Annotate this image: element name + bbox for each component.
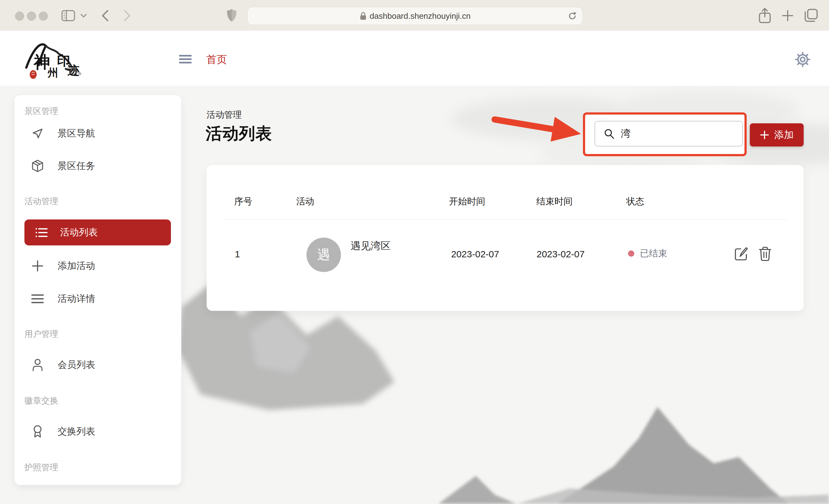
edit-icon[interactable]: [734, 246, 749, 261]
col-header-index: 序号: [234, 195, 252, 208]
sidebar-chevron-down-icon[interactable]: [80, 13, 87, 18]
sidebar-section-badge: 徽章交换: [25, 395, 58, 406]
add-button[interactable]: 添加: [750, 123, 804, 146]
lock-icon: [360, 11, 367, 20]
sidebar-item-scenic-task[interactable]: 景区任务: [31, 159, 95, 173]
plus-icon: [31, 259, 44, 272]
col-header-status: 状态: [626, 195, 644, 208]
sidebar-item-label: 会员列表: [58, 358, 95, 371]
col-header-start: 开始时间: [449, 195, 485, 208]
url-text: dashboard.shenzhouyinji.cn: [370, 11, 471, 21]
row-activity-name: 遇见湾区: [351, 239, 391, 253]
settings-gear-icon[interactable]: [795, 51, 811, 68]
privacy-shield-icon[interactable]: [226, 8, 237, 23]
sidebar-item-label: 景区导航: [58, 127, 95, 140]
navigation-icon: [31, 127, 44, 140]
window-close-button[interactable]: [15, 11, 24, 21]
app-logo: 神 州 印 迹: [22, 36, 91, 83]
plus-icon: [760, 130, 769, 140]
address-bar[interactable]: dashboard.shenzhouyinji.cn: [247, 7, 583, 25]
sidebar-item-label: 景区任务: [58, 160, 95, 173]
back-button-icon[interactable]: [101, 9, 110, 22]
sidebar-item-scenic-nav[interactable]: 景区导航: [31, 127, 95, 140]
user-icon: [31, 358, 44, 371]
page-title: 活动列表: [206, 123, 272, 145]
row-start-date: 2023-02-07: [451, 249, 499, 259]
award-icon: [31, 425, 44, 438]
sidebar-section-user: 用户管理: [25, 328, 58, 340]
window-minimize-button[interactable]: [27, 11, 36, 21]
reload-icon[interactable]: [568, 11, 577, 21]
row-avatar: 遇: [307, 238, 341, 272]
sidebar-section-passport: 护照管理: [25, 462, 58, 473]
sidebar-toggle-icon[interactable]: [61, 10, 76, 21]
sidebar-item-add-activity[interactable]: 添加活动: [31, 259, 95, 272]
sidebar-section-scenic: 景区管理: [25, 106, 58, 117]
share-icon[interactable]: [758, 7, 771, 24]
package-icon: [31, 159, 44, 173]
annotation-arrow: [487, 109, 587, 150]
window-zoom-button[interactable]: [39, 11, 48, 21]
list-icon: [35, 227, 47, 238]
status-badge: 已结束: [640, 247, 667, 260]
sidebar-item-label: 添加活动: [58, 259, 95, 272]
sidebar-item-member-list[interactable]: 会员列表: [31, 358, 95, 371]
search-box[interactable]: [594, 121, 743, 146]
menu-icon: [31, 294, 44, 304]
ink-mountain-bottom-right: [438, 401, 829, 504]
menu-collapse-icon[interactable]: [179, 55, 191, 64]
add-button-label: 添加: [774, 128, 794, 142]
col-header-name: 活动: [296, 195, 314, 208]
nav-home-link[interactable]: 首页: [206, 52, 227, 67]
app-header: 神 州 印 迹 首页: [0, 31, 829, 86]
status-dot: [628, 250, 634, 257]
search-input[interactable]: [620, 128, 734, 140]
sidebar-item-label: 活动列表: [60, 226, 98, 239]
delete-icon[interactable]: [758, 246, 772, 261]
forward-button-icon[interactable]: [123, 9, 132, 22]
sidebar-item-activity-list[interactable]: 活动列表: [25, 219, 171, 245]
browser-toolbar: dashboard.shenzhouyinji.cn: [0, 0, 829, 31]
sidebar-item-label: 活动详情: [58, 292, 95, 305]
page-eyebrow: 活动管理: [207, 109, 242, 121]
logo-char-4: 迹: [67, 63, 79, 77]
sidebar-item-activity-detail[interactable]: 活动详情: [31, 292, 95, 305]
tab-overview-icon[interactable]: [804, 8, 818, 23]
row-end-date: 2023-02-07: [537, 249, 584, 259]
new-tab-icon[interactable]: [782, 9, 794, 22]
activity-table-card: [207, 165, 804, 311]
sidebar-section-activity: 活动管理: [25, 196, 58, 207]
table-header-divider: [223, 219, 787, 219]
search-icon: [604, 128, 615, 139]
sidebar-item-label: 交换列表: [58, 425, 95, 438]
sidebar-item-exchange-list[interactable]: 交换列表: [31, 425, 95, 438]
logo-char-2: 州: [47, 66, 58, 79]
col-header-end: 结束时间: [536, 195, 573, 208]
row-avatar-char: 遇: [317, 246, 330, 263]
row-index: 1: [235, 249, 240, 259]
